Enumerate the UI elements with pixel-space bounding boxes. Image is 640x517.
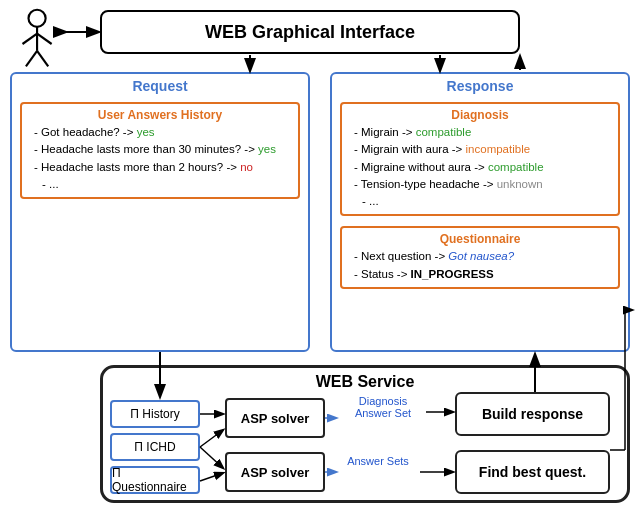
questionnaire-title: Questionnaire: [350, 232, 610, 246]
response-title: Response: [332, 74, 628, 96]
find-best-label: Find best quest.: [479, 464, 586, 480]
list-item: Migrain -> compatible: [354, 124, 610, 141]
asp2-label: ASP solver: [241, 465, 309, 480]
status-value: IN_PROGRESS: [411, 268, 494, 280]
svg-point-0: [29, 10, 46, 27]
quest-list: Next question -> Got nausea? Status -> I…: [350, 248, 610, 283]
list-item: ...: [34, 176, 290, 193]
request-title: Request: [12, 74, 308, 96]
svg-line-4: [26, 51, 37, 66]
response-box: Response Diagnosis Migrain -> compatible…: [330, 72, 630, 352]
diag-compatible1: compatible: [416, 126, 472, 138]
diag-incompatible: incompatible: [466, 143, 531, 155]
build-response-label: Build response: [482, 406, 583, 422]
list-item: Got headache? -> yes: [34, 124, 290, 141]
svg-line-5: [37, 51, 48, 66]
list-item: Migraine without aura -> compatible: [354, 159, 610, 176]
web-gi-box: WEB Graphical Interface: [100, 10, 520, 54]
diagram: WEB Graphical Interface Request User Ans…: [0, 0, 640, 517]
svg-line-2: [23, 34, 38, 44]
pi-history-label: Π History: [130, 407, 179, 421]
asp-solver-2: ASP solver: [225, 452, 325, 492]
history-title: User Answers History: [30, 108, 290, 122]
request-box: Request User Answers History Got headach…: [10, 72, 310, 352]
asp1-label: ASP solver: [241, 411, 309, 426]
pi-questionnaire-label: Π Questionnaire: [112, 466, 198, 494]
diagnosis-box: Diagnosis Migrain -> compatible Migrain …: [340, 102, 620, 216]
person-icon: [10, 8, 65, 68]
questionnaire-box: Questionnaire Next question -> Got nause…: [340, 226, 620, 289]
list-item: Next question -> Got nausea?: [354, 248, 610, 265]
answer-sets-label: Answer Sets: [338, 455, 418, 467]
web-service-title: WEB Service: [103, 368, 627, 395]
diagnosis-title: Diagnosis: [350, 108, 610, 122]
answer-yes2: yes: [258, 143, 276, 155]
diagnosis-answer-label: DiagnosisAnswer Set: [338, 395, 428, 419]
pi-questionnaire-box: Π Questionnaire: [110, 466, 200, 494]
svg-line-3: [37, 34, 52, 44]
next-question: Got nausea?: [448, 250, 514, 262]
list-item: Tension-type headache -> unknown: [354, 176, 610, 193]
list-item: Headache lasts more than 30 minutes? -> …: [34, 141, 290, 158]
find-best-box: Find best quest.: [455, 450, 610, 494]
answer-yes1: yes: [137, 126, 155, 138]
diag-compatible2: compatible: [488, 161, 544, 173]
list-item: ...: [354, 193, 610, 210]
asp-solver-1: ASP solver: [225, 398, 325, 438]
answer-no: no: [240, 161, 253, 173]
history-list: Got headache? -> yes Headache lasts more…: [30, 124, 290, 193]
pi-ichd-label: Π ICHD: [134, 440, 175, 454]
diagnosis-list: Migrain -> compatible Migrain with aura …: [350, 124, 610, 210]
web-gi-label: WEB Graphical Interface: [205, 22, 415, 43]
build-response-box: Build response: [455, 392, 610, 436]
list-item: Headache lasts more than 2 hours? -> no: [34, 159, 290, 176]
list-item: Status -> IN_PROGRESS: [354, 266, 610, 283]
history-box: User Answers History Got headache? -> ye…: [20, 102, 300, 199]
pi-ichd-box: Π ICHD: [110, 433, 200, 461]
list-item: Migrain with aura -> incompatible: [354, 141, 610, 158]
pi-history-box: Π History: [110, 400, 200, 428]
diag-unknown: unknown: [497, 178, 543, 190]
